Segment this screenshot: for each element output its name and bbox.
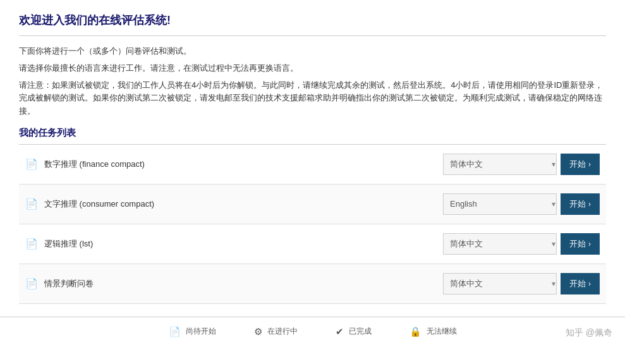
start-label: 开始 <box>569 238 586 250</box>
task-label: 数字推理 (finance compact) <box>44 159 443 170</box>
task-label: 文字推理 (consumer compact) <box>44 198 443 210</box>
footer-label: 已完成 <box>349 326 372 337</box>
task-doc-icon: 📄 <box>25 238 38 250</box>
task-lang-wrapper: 简体中文 简体中文 English 繁體中文 <box>443 273 561 294</box>
task-lang-wrapper: 简体中文 简体中文 English 繁體中文 <box>443 233 561 255</box>
footer-status-item: ⚙ 在进行中 <box>254 326 298 337</box>
footer-icon: ⚙ <box>254 326 262 337</box>
task-start-button[interactable]: 开始 › <box>561 233 600 255</box>
task-row: 📄 数字推理 (finance compact) 简体中文 简体中文 Engli… <box>19 145 606 185</box>
start-label: 开始 <box>569 278 586 289</box>
task-doc-icon: 📄 <box>25 198 38 210</box>
section-title: 我的任务列表 <box>19 127 606 139</box>
chevron-right-icon: › <box>588 240 591 248</box>
task-start-button[interactable]: 开始 › <box>561 273 600 294</box>
footer-status-item: 🔒 无法继续 <box>410 326 457 337</box>
task-row: 📄 文字推理 (consumer compact) English 简体中文 E… <box>19 185 606 224</box>
footer-label: 无法继续 <box>427 326 457 337</box>
task-label: 情景判断问卷 <box>44 278 443 289</box>
page-title: 欢迎进入我们的在线评估系统! <box>19 13 606 36</box>
intro-text-1: 下面你将进行一个（或多个）问卷评估和测试。 <box>19 45 606 58</box>
intro-text-3: 请注意：如果测试被锁定，我们的工作人员将在4小时后为你解锁。与此同时，请继续完成… <box>19 79 606 118</box>
task-doc-icon: 📄 <box>25 158 38 170</box>
footer-status-item: ✔ 已完成 <box>336 326 372 337</box>
task-list: 📄 数字推理 (finance compact) 简体中文 简体中文 Engli… <box>19 144 606 304</box>
footer-label: 尚待开始 <box>186 326 216 337</box>
task-start-button[interactable]: 开始 › <box>561 154 600 175</box>
task-lang-wrapper: 简体中文 简体中文 English 繁體中文 <box>443 154 561 175</box>
footer-icon: 📄 <box>169 326 181 337</box>
task-lang-select[interactable]: English 简体中文 English 繁體中文 <box>443 193 557 215</box>
chevron-right-icon: › <box>588 279 591 288</box>
task-doc-icon: 📄 <box>25 277 38 289</box>
footer-icon: 🔒 <box>410 326 422 337</box>
task-lang-select[interactable]: 简体中文 简体中文 English 繁體中文 <box>443 273 557 294</box>
task-lang-select[interactable]: 简体中文 简体中文 English 繁體中文 <box>443 233 557 255</box>
footer-status-item: 📄 尚待开始 <box>169 326 216 337</box>
chevron-right-icon: › <box>588 160 591 169</box>
footer-label: 在进行中 <box>267 326 298 337</box>
task-row: 📄 逻辑推理 (lst) 简体中文 简体中文 English 繁體中文 开始 › <box>19 224 606 264</box>
task-start-button[interactable]: 开始 › <box>561 193 600 215</box>
start-label: 开始 <box>569 198 586 210</box>
intro-text-2: 请选择你最擅长的语言来进行工作。请注意，在测试过程中无法再更换语言。 <box>19 62 606 75</box>
task-lang-select[interactable]: 简体中文 简体中文 English 繁體中文 <box>443 154 557 175</box>
start-label: 开始 <box>569 159 586 170</box>
footer: 📄 尚待开始 ⚙ 在进行中 ✔ 已完成 🔒 无法继续 <box>0 317 625 346</box>
task-lang-wrapper: English 简体中文 English 繁體中文 <box>443 193 561 215</box>
task-row: 📄 情景判断问卷 简体中文 简体中文 English 繁體中文 开始 › <box>19 264 606 304</box>
chevron-right-icon: › <box>588 200 591 209</box>
task-label: 逻辑推理 (lst) <box>44 238 443 250</box>
footer-icon: ✔ <box>336 326 344 337</box>
